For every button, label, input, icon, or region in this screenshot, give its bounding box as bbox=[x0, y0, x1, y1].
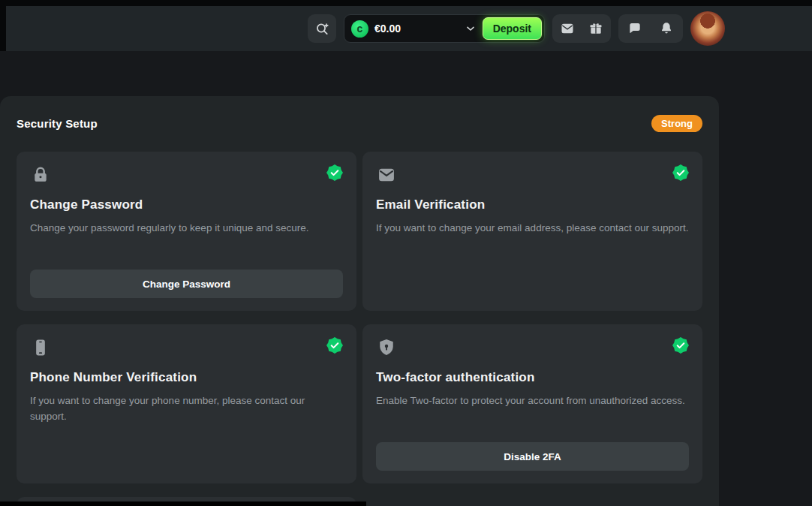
deposit-button[interactable]: Deposit bbox=[483, 17, 542, 40]
notifications-button[interactable] bbox=[652, 14, 681, 43]
card-description: Enable Two-factor to protect your accoun… bbox=[376, 393, 689, 408]
search-plus-icon bbox=[314, 21, 330, 37]
card-description: If you want to change your phone number,… bbox=[30, 393, 343, 424]
card-description: If you want to change your email address… bbox=[376, 220, 689, 236]
wallet-balance-dropdown[interactable]: c €0.00 Deposit bbox=[344, 14, 545, 43]
chat-bell-group bbox=[618, 14, 683, 43]
page-title: Security Setup bbox=[17, 117, 98, 130]
change-password-button[interactable]: Change Password bbox=[30, 270, 343, 298]
chat-icon bbox=[627, 21, 642, 36]
disable-2fa-button[interactable]: Disable 2FA bbox=[376, 442, 689, 471]
wallet-balance: €0.00 bbox=[374, 23, 401, 35]
security-panel: Security Setup Strong bbox=[0, 96, 719, 506]
card-title: Email Verification bbox=[376, 197, 689, 212]
lock-icon bbox=[30, 164, 51, 185]
window-edge bbox=[0, 501, 366, 506]
card-two-factor: Two-factor authentication Enable Two-fac… bbox=[362, 324, 702, 483]
page-background: Security Setup Strong bbox=[0, 51, 812, 506]
envelope-icon bbox=[376, 164, 397, 185]
card-change-password: Change Password Change your password reg… bbox=[17, 152, 356, 311]
gift-icon bbox=[588, 21, 603, 36]
panel-header: Security Setup Strong bbox=[0, 96, 719, 132]
verified-check-icon bbox=[326, 164, 343, 181]
gift-button[interactable] bbox=[582, 14, 610, 43]
mail-button[interactable] bbox=[553, 14, 582, 43]
phone-icon bbox=[30, 337, 51, 358]
password-strength-badge: Strong bbox=[651, 115, 702, 132]
verified-check-icon bbox=[672, 337, 689, 354]
card-title: Two-factor authentication bbox=[376, 370, 689, 385]
chevron-down-icon bbox=[465, 23, 477, 35]
verified-check-icon bbox=[672, 164, 689, 181]
search-button[interactable] bbox=[308, 14, 336, 43]
coin-icon: c bbox=[351, 20, 368, 38]
shield-keyhole-icon bbox=[376, 337, 397, 358]
card-phone-verification: Phone Number Verification If you want to… bbox=[17, 324, 356, 483]
mail-icon bbox=[560, 21, 575, 36]
security-cards-grid: Change Password Change your password reg… bbox=[17, 152, 702, 506]
bell-icon bbox=[659, 21, 674, 36]
card-title: Phone Number Verification bbox=[30, 370, 343, 385]
user-avatar[interactable] bbox=[690, 11, 725, 46]
mail-gift-group bbox=[552, 14, 611, 43]
chat-button[interactable] bbox=[621, 14, 649, 43]
card-email-verification: Email Verification If you want to change… bbox=[362, 152, 702, 311]
card-title: Change Password bbox=[30, 197, 343, 212]
card-description: Change your password regularly to keep i… bbox=[30, 220, 343, 236]
verified-check-icon bbox=[326, 337, 343, 354]
topbar: c €0.00 Deposit bbox=[6, 6, 812, 51]
